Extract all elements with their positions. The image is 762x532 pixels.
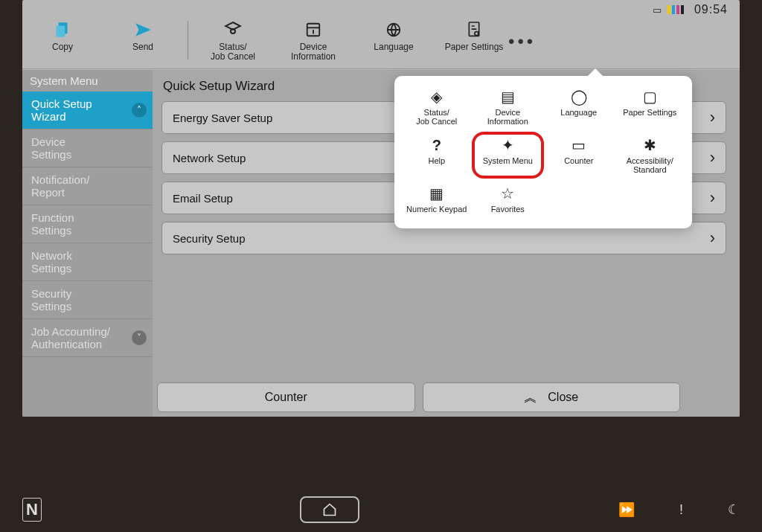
toolbar-copy[interactable]: Copy [33,19,92,52]
fast-forward-icon[interactable]: ⏩ [618,501,635,518]
popup-favorites[interactable]: ☆Favorites [475,183,542,215]
popup-help[interactable]: ?Help [403,135,470,176]
sidebar: System Menu Quick Setup Wizard ˄ Device … [22,70,153,417]
accessibility-icon: ✱ [644,136,656,154]
device-icon [305,19,321,40]
status-icon [224,19,242,40]
counter-button[interactable]: Counter [157,382,415,412]
moon-icon[interactable]: ☾ [728,501,740,518]
popup-paper[interactable]: ▢Paper Settings [617,86,684,127]
sidebar-network-settings[interactable]: Network Settings [22,243,153,281]
popup-device-info[interactable]: ▤Device Information [475,86,542,127]
device-navbar: N ⏩ ! ☾ [0,487,762,532]
paper-icon [467,19,481,40]
sidebar-security-settings[interactable]: Security Settings [22,281,153,319]
system-menu-icon: ✦ [502,136,514,154]
copy-icon [53,19,72,40]
svg-point-8 [475,32,478,36]
nfc-icon[interactable]: N [22,498,42,522]
chevron-down-icon: ˅ [132,330,147,345]
sidebar-notification[interactable]: Notification/ Report [22,167,153,205]
status-icon: ◈ [431,88,442,106]
keypad-icon: ▦ [429,185,444,202]
language-icon: ◯ [571,88,587,106]
chevron-right-icon: › [710,188,715,208]
home-button[interactable] [300,496,359,523]
language-icon [385,19,402,40]
sidebar-device-settings[interactable]: Device Settings [22,129,153,167]
toolbar-paper[interactable]: Paper Settings [444,19,504,62]
toolbar: Copy Send Status/ Job Cancel [22,13,740,69]
star-icon: ☆ [501,185,514,202]
toolbar-status[interactable]: Status/ Job Cancel [203,19,263,62]
toolbar-language[interactable]: Language [364,19,423,62]
counter-icon: ▭ [572,136,586,154]
device-icon: ▤ [501,88,515,106]
svg-point-2 [231,29,235,33]
popup-accessibility[interactable]: ✱Accessibility/ Standard [617,135,684,176]
popup-counter[interactable]: ▭Counter [545,135,612,176]
popup-status[interactable]: ◈Status/ Job Cancel [403,86,470,127]
popup-system-menu[interactable]: ✦System Menu [475,135,542,176]
toolbar-device-info[interactable]: Device Information [284,19,343,62]
paper-icon: ▢ [643,88,657,106]
sidebar-function-settings[interactable]: Function Settings [22,205,153,243]
double-chevron-up-icon: ︽ [524,388,537,406]
chevron-right-icon: › [710,228,715,248]
sidebar-job-accounting[interactable]: Job Accounting/ Authentication ˅ [22,319,153,357]
popup-numeric-keypad[interactable]: ▦Numeric Keypad [403,183,470,215]
chevron-up-icon: ˄ [132,103,147,118]
svg-rect-1 [56,26,65,37]
more-button[interactable]: ••• [508,31,536,52]
sidebar-title: System Menu [22,70,153,92]
close-button[interactable]: ︽ Close [423,382,681,412]
home-icon [322,502,337,517]
popup-language[interactable]: ◯Language [545,86,612,127]
send-icon [133,19,153,40]
toolbar-send[interactable]: Send [113,19,173,52]
overflow-menu: ◈Status/ Job Cancel ▤Device Information … [394,76,692,228]
sidebar-quick-setup[interactable]: Quick Setup Wizard ˄ [22,92,153,129]
alert-icon[interactable]: ! [679,502,683,518]
chevron-right-icon: › [710,108,715,127]
help-icon: ? [432,136,441,154]
chevron-right-icon: › [710,148,715,167]
